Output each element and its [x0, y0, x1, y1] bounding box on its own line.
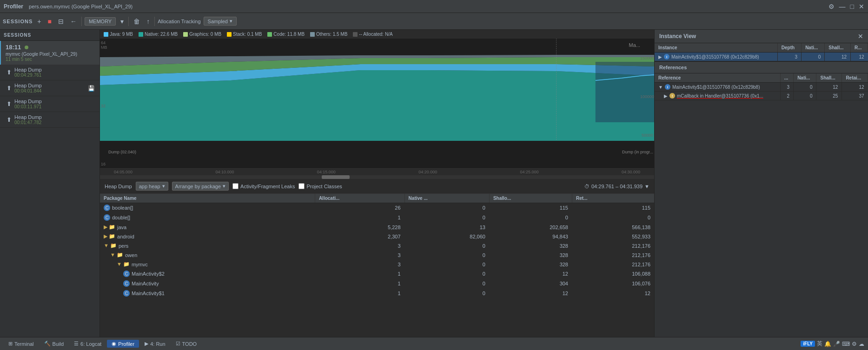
bottom-tab-terminal[interactable]: ⊞ Terminal [4, 340, 39, 348]
bottom-tab-build[interactable]: 🔨 Build [40, 340, 68, 348]
table-header-cell[interactable]: Package Name [100, 194, 315, 203]
refs-row[interactable]: ▶ ! mCallback in Handler@315107736 (0x1.… [655, 92, 868, 100]
class-icon: C [123, 290, 130, 297]
refs-header-cell[interactable]: Retai... [842, 73, 868, 83]
session-device: mymvc (Google Pixel_XL_API_29) [6, 52, 95, 57]
table-header-cell[interactable]: Shallo... [489, 194, 572, 203]
instance-header-cell[interactable]: Instance [655, 43, 777, 53]
add-session-button[interactable]: + [35, 17, 43, 26]
bottom-tab-label: Terminal [14, 341, 34, 347]
x-label: 04:30.000 [622, 170, 640, 174]
settings-bottom-icon[interactable]: ⚙ [852, 341, 857, 347]
table-row[interactable]: ▼ 📁 mymvc 3 0 328 212,176 [100, 260, 654, 269]
package-name-cell: C double[] [100, 213, 315, 223]
alloc-cell: 3 [315, 260, 404, 269]
bottom-tab-profiler[interactable]: ◉ Profiler [107, 340, 139, 348]
table-row[interactable]: C MainActivity$1 1 0 12 12 [100, 289, 654, 298]
sessions-title: SESSIONS [4, 33, 31, 38]
lang-icon[interactable]: 英 [817, 340, 822, 348]
retain-cell: 212,176 [572, 260, 654, 269]
refs-header-cell[interactable]: Nati... [794, 73, 816, 83]
instance-header-cell[interactable]: Shall... [825, 43, 851, 53]
table-row[interactable]: C double[] 1 0 0 0 [100, 213, 654, 223]
chart-scrollbar[interactable] [100, 175, 654, 179]
activity-fragment-checkbox[interactable] [232, 183, 239, 189]
window-controls: ⚙ — □ ✕ [828, 3, 864, 10]
expand-arrow[interactable]: ▶ [658, 54, 662, 59]
package-name: mymvc [132, 262, 148, 267]
stop-button[interactable]: ■ [46, 17, 53, 26]
ref-col2: 3 [780, 83, 793, 92]
save-icon[interactable]: 💾 [88, 85, 95, 92]
refs-header-cell[interactable]: ... [780, 73, 793, 83]
arrange-by-select[interactable]: Arrange by package ▾ [172, 182, 229, 191]
instance-header-cell[interactable]: Nati... [802, 43, 825, 53]
minimize-icon[interactable]: — [839, 3, 846, 10]
instance-header-cell[interactable]: Depth [777, 43, 801, 53]
app-heap-select[interactable]: app heap ▾ [136, 182, 168, 191]
sampled-label: Sampled [208, 19, 228, 24]
export-button[interactable]: ↑ [145, 17, 152, 26]
alloc-cell: 26 [315, 203, 404, 213]
table-header-cell[interactable]: Native ... [404, 194, 489, 203]
ref-icon-warn: ! [669, 93, 675, 99]
class-icon: C [104, 205, 110, 211]
table-row[interactable]: ▶ 📁 java 5,228 13 202,658 566,138 [100, 223, 654, 232]
active-session[interactable]: 18:11 mymvc (Google Pixel_XL_API_29) 11 … [0, 41, 99, 65]
close-icon[interactable]: ✕ [859, 3, 864, 10]
heap-dump-item[interactable]: ⬆ Heap Dump 00:01:47.782 [0, 112, 99, 128]
table-row[interactable]: C MainActivity$2 1 0 12 106,088 [100, 269, 654, 279]
project-classes-checkbox[interactable] [298, 183, 305, 189]
chart-x-labels: 04:05.00004:10.00004:15.00004:20.00004:2… [100, 169, 654, 175]
alloc-cell: 2,307 [315, 232, 404, 241]
table-row[interactable]: ▶ 📁 android 2,307 82,060 94,843 552,933 [100, 232, 654, 241]
delete-button[interactable]: 🗑 [132, 17, 142, 26]
ref-expand-icon[interactable]: ▼ [658, 85, 663, 90]
table-row[interactable]: ▼ 📁 owen 3 0 328 212,176 [100, 251, 654, 260]
memory-dropdown-icon[interactable]: ▾ [119, 17, 126, 26]
sessions-panel: SESSIONS 18:11 mymvc (Google Pixel_XL_AP… [0, 30, 100, 337]
settings-icon[interactable]: ⚙ [828, 3, 835, 10]
ref-expand-icon[interactable]: ▶ [664, 93, 668, 99]
bottom-tab-4:-run[interactable]: ▶ 4: Run [140, 340, 170, 348]
refs-header-cell[interactable]: Shall... [816, 73, 842, 83]
legend-item: Java: 9 MB [104, 32, 133, 37]
keyboard-icon[interactable]: ⌨ [842, 341, 850, 347]
table-row[interactable]: C boolean[] 26 0 115 115 [100, 203, 654, 213]
table-row[interactable]: ▼ 📁 pers 3 0 328 212,176 [100, 241, 654, 251]
back-button[interactable]: ← [68, 17, 79, 26]
right-panel: Instance View ✕ InstanceDepthNati...Shal… [654, 30, 868, 337]
package-name: MainActivity [132, 281, 159, 286]
maximize-icon[interactable]: □ [850, 3, 854, 10]
table-header-cell[interactable]: Ret... [572, 194, 654, 203]
heap-dump-item[interactable]: ⬆ Heap Dump 00:04:01.844 💾 [0, 80, 99, 96]
bell-icon[interactable]: 🔔 [824, 341, 831, 347]
filter-icon[interactable]: ▼ [644, 184, 649, 189]
heap-dump-item[interactable]: ⬆ Heap Dump 00:03:11.971 [0, 96, 99, 112]
instance-row[interactable]: ▶ i MainActivity$1@315107768 (0x12c829b8… [655, 53, 868, 61]
cloud-icon[interactable]: ☁ [859, 341, 864, 347]
bottom-tab-6:-logcat[interactable]: ☰ 6: Logcat [69, 340, 106, 348]
title-bar: Profiler pers.owen.mymvc (Google Pixel_X… [0, 0, 868, 13]
ref-col5: 37 [842, 92, 868, 100]
package-name: android [117, 234, 134, 239]
refs-header-cell[interactable]: Reference [655, 73, 780, 83]
table-row[interactable]: C MainActivity 1 0 304 106,076 [100, 279, 654, 289]
package-name-cell: ▼ 📁 owen [100, 251, 315, 260]
memory-badge[interactable]: MEMORY [85, 17, 116, 26]
instance-header-cell[interactable]: R... [851, 43, 868, 53]
refs-row[interactable]: ▼ i MainActivity$1@315107768 (0x12c829b8… [655, 83, 868, 92]
heap-dump-time: 00:01:47.782 [14, 120, 95, 125]
split-button[interactable]: ⊟ [56, 17, 66, 26]
heap-dump-item[interactable]: ⬆ Heap Dump 00:04:29.761 [0, 65, 99, 80]
mic-icon[interactable]: 🎤 [833, 341, 840, 347]
heap-table-container[interactable]: Package NameAllocati...Native ...Shallo.… [100, 194, 654, 337]
chart-scrollbar-thumb[interactable] [322, 175, 350, 179]
instance-view-close[interactable]: ✕ [858, 33, 863, 40]
retain-cell: 212,176 [572, 241, 654, 251]
retain-cell: 115 [572, 203, 654, 213]
sampled-dropdown[interactable]: Sampled ▾ [204, 17, 237, 26]
table-header-cell[interactable]: Allocati... [315, 194, 404, 203]
alloc-cell: 5,228 [315, 223, 404, 232]
bottom-tab-todo[interactable]: ☑ TODO [171, 340, 202, 348]
